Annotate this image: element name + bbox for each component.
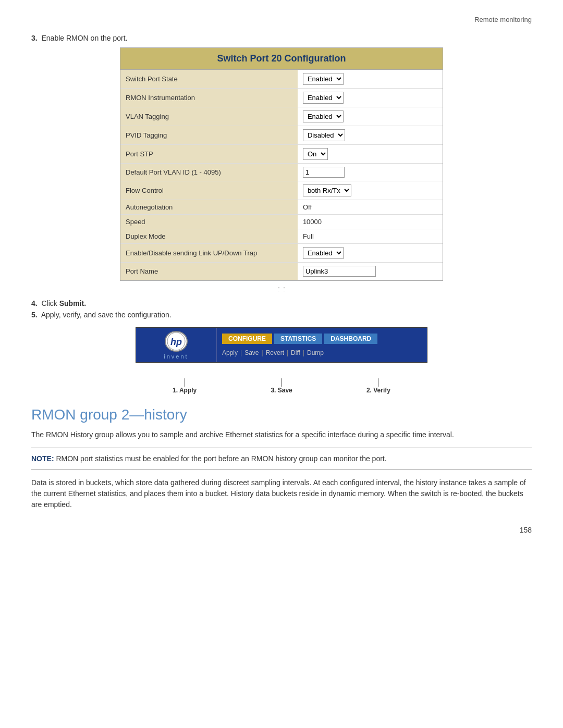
svg-text:hp: hp — [170, 337, 182, 347]
row-label: Default Port VLAN ID (1 - 4095) — [120, 164, 298, 181]
table-row: Speed10000 — [120, 215, 443, 229]
annotation-apply: 1. Apply — [173, 378, 197, 394]
dashboard-tab[interactable]: DASHBOARD — [324, 334, 377, 344]
drag-handle: ⋮⋮ — [31, 286, 532, 292]
statistics-tab[interactable]: STATISTICS — [274, 334, 322, 344]
row-value: 10000 — [298, 215, 443, 229]
row-value[interactable] — [298, 164, 443, 181]
row-select[interactable]: both Rx/Tx — [303, 184, 351, 196]
row-value: Full — [298, 229, 443, 244]
table-row: Flow Controlboth Rx/Tx — [120, 181, 443, 200]
table-row: PVID TaggingDisabled — [120, 126, 443, 145]
row-label: Flow Control — [120, 181, 298, 200]
apply-link[interactable]: Apply — [222, 349, 238, 356]
section-body1: The RMON History group allows you to sam… — [31, 429, 532, 440]
row-value[interactable]: Enabled — [298, 70, 443, 89]
hp-nav-actions: Apply | Save | Revert | Diff | Dump — [222, 349, 422, 356]
step-5-text: 5. Apply, verify, and save the configura… — [31, 311, 532, 319]
row-label: Autonegotiation — [120, 200, 298, 215]
row-select[interactable]: On — [303, 148, 328, 160]
revert-link[interactable]: Revert — [266, 349, 284, 356]
table-row: Enable/Disable sending Link UP/Down Trap… — [120, 244, 443, 263]
row-value[interactable]: both Rx/Tx — [298, 181, 443, 200]
hp-logo: hp — [165, 331, 188, 352]
note-box: NOTE: RMON port statistics must be enabl… — [31, 448, 532, 470]
config-title: Switch Port 20 Configuration — [120, 48, 443, 70]
annotation-verify: 2. Verify — [366, 378, 390, 394]
hp-logo-area: hp invent — [136, 328, 217, 362]
save-link[interactable]: Save — [244, 349, 259, 356]
table-row: Switch Port StateEnabled — [120, 70, 443, 89]
row-static-value: Off — [303, 203, 312, 211]
diff-link[interactable]: Diff — [291, 349, 300, 356]
table-row: VLAN TaggingEnabled — [120, 107, 443, 126]
row-value: Off — [298, 200, 443, 215]
row-label: PVID Tagging — [120, 126, 298, 145]
hp-logo-svg: hp — [167, 332, 186, 351]
section-heading: RMON group 2—history — [31, 406, 532, 423]
config-table: Switch Port StateEnabledRMON Instrumenta… — [120, 70, 443, 280]
row-value[interactable]: On — [298, 145, 443, 164]
table-row: RMON InstrumentationEnabled — [120, 89, 443, 107]
step-4-text: 4. Click Submit. — [31, 299, 532, 307]
hp-nav-bar: hp invent CONFIGURE STATISTICS DASHBOARD… — [136, 327, 427, 363]
row-label: Port Name — [120, 263, 298, 280]
row-label: Speed — [120, 215, 298, 229]
section-body2: Data is stored in buckets, which store d… — [31, 477, 532, 510]
top-right-label: Remote monitoring — [31, 16, 532, 23]
row-select[interactable]: Enabled — [303, 247, 344, 259]
hp-nav-area: CONFIGURE STATISTICS DASHBOARD Apply | S… — [217, 328, 427, 362]
step-3-text: 3. Enable RMON on the port. — [31, 34, 532, 42]
row-value[interactable]: Enabled — [298, 89, 443, 107]
row-label: VLAN Tagging — [120, 107, 298, 126]
row-static-value: 10000 — [303, 218, 322, 226]
config-table-container: Switch Port 20 Configuration Switch Port… — [120, 47, 443, 281]
configure-tab[interactable]: CONFIGURE — [222, 334, 272, 344]
row-value[interactable]: Enabled — [298, 107, 443, 126]
row-value[interactable]: Enabled — [298, 244, 443, 263]
row-value[interactable] — [298, 263, 443, 280]
row-select[interactable]: Enabled — [303, 92, 344, 104]
hp-invent-text: invent — [164, 353, 188, 360]
table-row: Port Name — [120, 263, 443, 280]
row-label: Enable/Disable sending Link UP/Down Trap — [120, 244, 298, 263]
row-select[interactable]: Enabled — [303, 110, 344, 122]
hp-nav-tabs: CONFIGURE STATISTICS DASHBOARD — [222, 334, 422, 344]
row-select[interactable]: Enabled — [303, 73, 344, 85]
page-number: 158 — [31, 526, 532, 534]
annotation-area: 1. Apply 3. Save 2. Verify — [136, 378, 427, 394]
row-value[interactable]: Disabled — [298, 126, 443, 145]
row-input-text[interactable] — [303, 266, 376, 277]
table-row: AutonegotiationOff — [120, 200, 443, 215]
annotation-save: 3. Save — [271, 378, 292, 394]
row-label: RMON Instrumentation — [120, 89, 298, 107]
table-row: Port STPOn — [120, 145, 443, 164]
row-label: Duplex Mode — [120, 229, 298, 244]
row-label: Switch Port State — [120, 70, 298, 89]
dump-link[interactable]: Dump — [307, 349, 324, 356]
row-static-value: Full — [303, 232, 314, 240]
hp-dashboard-image: hp invent CONFIGURE STATISTICS DASHBOARD… — [136, 327, 427, 363]
row-label: Port STP — [120, 145, 298, 164]
note-text: NOTE: RMON port statistics must be enabl… — [31, 453, 532, 464]
row-input[interactable] — [303, 167, 345, 178]
table-row: Default Port VLAN ID (1 - 4095) — [120, 164, 443, 181]
table-row: Duplex ModeFull — [120, 229, 443, 244]
row-select[interactable]: Disabled — [303, 129, 345, 141]
